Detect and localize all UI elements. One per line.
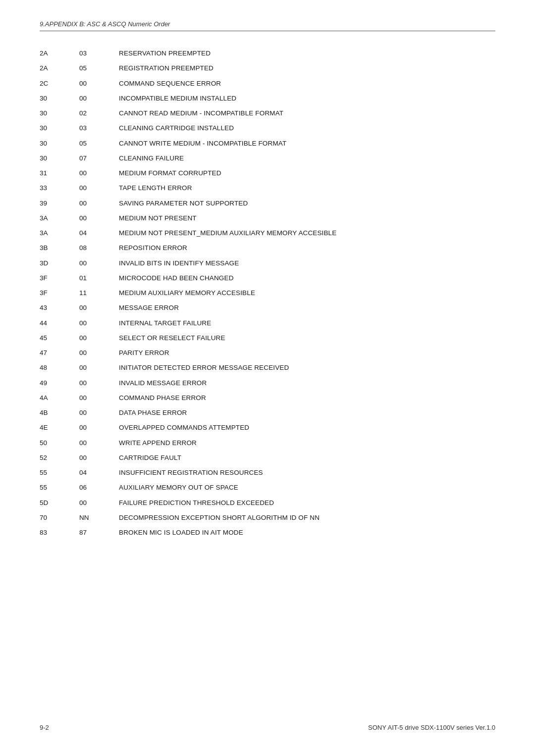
- asc-code: 49: [40, 376, 79, 391]
- asc-code: 50: [40, 436, 79, 451]
- asc-code: 30: [40, 136, 79, 151]
- asc-code: 43: [40, 301, 79, 315]
- table-row: 5504INSUFFICIENT REGISTRATION RESOURCES: [40, 465, 495, 480]
- ascq-code: 87: [79, 525, 119, 540]
- ascq-code: 08: [79, 241, 119, 255]
- ascq-code: 02: [79, 106, 119, 121]
- ascq-code: 06: [79, 480, 119, 495]
- ascq-code: 05: [79, 136, 119, 151]
- description: SELECT OR RESELECT FAILURE: [119, 331, 495, 346]
- description: PARITY ERROR: [119, 346, 495, 360]
- asc-code: 31: [40, 166, 79, 181]
- asc-code: 33: [40, 181, 79, 196]
- table-row: 3007CLEANING FAILURE: [40, 151, 495, 166]
- ascq-code: 00: [79, 196, 119, 211]
- table-row: 2C00COMMAND SEQUENCE ERROR: [40, 76, 495, 91]
- ascq-code: 00: [79, 76, 119, 91]
- table-row: 3002CANNOT READ MEDIUM - INCOMPATIBLE FO…: [40, 106, 495, 121]
- asc-code: 47: [40, 346, 79, 360]
- asc-code: 4A: [40, 391, 79, 405]
- description: BROKEN MIC IS LOADED IN AIT MODE: [119, 525, 495, 540]
- description: INTERNAL TARGET FAILURE: [119, 316, 495, 331]
- ascq-code: 07: [79, 151, 119, 166]
- table-row: 3F01MICROCODE HAD BEEN CHANGED: [40, 271, 495, 286]
- asc-code: 52: [40, 451, 79, 465]
- table-row: 2A03RESERVATION PREEMPTED: [40, 46, 495, 61]
- description: CLEANING FAILURE: [119, 151, 495, 166]
- ascq-code: 00: [79, 420, 119, 435]
- description: CLEANING CARTRIDGE INSTALLED: [119, 121, 495, 136]
- table-row: 4300MESSAGE ERROR: [40, 301, 495, 315]
- description: INVALID BITS IN IDENTIFY MESSAGE: [119, 256, 495, 271]
- ascq-code: 00: [79, 346, 119, 360]
- table-row: 4800INITIATOR DETECTED ERROR MESSAGE REC…: [40, 360, 495, 375]
- asc-code: 3D: [40, 256, 79, 271]
- asc-code: 39: [40, 196, 79, 211]
- asc-code: 55: [40, 465, 79, 480]
- asc-code: 55: [40, 480, 79, 495]
- table-row: 3B08REPOSITION ERROR: [40, 241, 495, 255]
- asc-code: 48: [40, 360, 79, 375]
- asc-code: 2C: [40, 76, 79, 91]
- asc-code: 3B: [40, 241, 79, 255]
- description: INITIATOR DETECTED ERROR MESSAGE RECEIVE…: [119, 360, 495, 375]
- ascq-code: 00: [79, 91, 119, 106]
- table-row: 3100MEDIUM FORMAT CORRUPTED: [40, 166, 495, 181]
- description: INSUFFICIENT REGISTRATION RESOURCES: [119, 465, 495, 480]
- ascq-code: 00: [79, 256, 119, 271]
- description: DECOMPRESSION EXCEPTION SHORT ALGORITHM …: [119, 510, 495, 525]
- description: INCOMPATIBLE MEDIUM INSTALLED: [119, 91, 495, 106]
- ascq-code: 00: [79, 376, 119, 391]
- ascq-code: 01: [79, 271, 119, 286]
- table-row: 3F11MEDIUM AUXILIARY MEMORY ACCESIBLE: [40, 286, 495, 301]
- ascq-code: 00: [79, 181, 119, 196]
- asc-code: 2A: [40, 61, 79, 76]
- description: MEDIUM NOT PRESENT_MEDIUM AUXILIARY MEMO…: [119, 226, 495, 241]
- description: MEDIUM AUXILIARY MEMORY ACCESIBLE: [119, 286, 495, 301]
- description: CARTRIDGE FAULT: [119, 451, 495, 465]
- table-row: 5506AUXILIARY MEMORY OUT OF SPACE: [40, 480, 495, 495]
- asc-code: 70: [40, 510, 79, 525]
- description: SAVING PARAMETER NOT SUPPORTED: [119, 196, 495, 211]
- description: MICROCODE HAD BEEN CHANGED: [119, 271, 495, 286]
- table-row: 4500SELECT OR RESELECT FAILURE: [40, 331, 495, 346]
- ascq-code: 03: [79, 121, 119, 136]
- ascq-code: 04: [79, 226, 119, 241]
- asc-code: 30: [40, 121, 79, 136]
- asc-code: 2A: [40, 46, 79, 61]
- table-row: 2A05REGISTRATION PREEMPTED: [40, 61, 495, 76]
- table-row: 3A00MEDIUM NOT PRESENT: [40, 211, 495, 226]
- table-row: 3900SAVING PARAMETER NOT SUPPORTED: [40, 196, 495, 211]
- ascq-code: 03: [79, 46, 119, 61]
- ascq-code: 00: [79, 405, 119, 420]
- table-row: 4E00OVERLAPPED COMMANDS ATTEMPTED: [40, 420, 495, 435]
- asc-code: 45: [40, 331, 79, 346]
- asc-code: 83: [40, 525, 79, 540]
- description: REPOSITION ERROR: [119, 241, 495, 255]
- asc-code: 30: [40, 91, 79, 106]
- description: MESSAGE ERROR: [119, 301, 495, 315]
- asc-code: 4B: [40, 405, 79, 420]
- description: CANNOT READ MEDIUM - INCOMPATIBLE FORMAT: [119, 106, 495, 121]
- description: OVERLAPPED COMMANDS ATTEMPTED: [119, 420, 495, 435]
- table-row: 70NNDECOMPRESSION EXCEPTION SHORT ALGORI…: [40, 510, 495, 525]
- footer-right: SONY AIT-5 drive SDX-1100V series Ver.1.…: [368, 724, 495, 731]
- description: FAILURE PREDICTION THRESHOLD EXCEEDED: [119, 496, 495, 510]
- ascq-code: 00: [79, 301, 119, 315]
- asc-code: 5D: [40, 496, 79, 510]
- table-row: 5D00FAILURE PREDICTION THRESHOLD EXCEEDE…: [40, 496, 495, 510]
- ascq-code: NN: [79, 510, 119, 525]
- ascq-code: 00: [79, 166, 119, 181]
- table-row: 3D00INVALID BITS IN IDENTIFY MESSAGE: [40, 256, 495, 271]
- header-title: 9.APPENDIX B: ASC & ASCQ Numeric Order: [40, 20, 170, 28]
- asc-code: 3F: [40, 286, 79, 301]
- description: MEDIUM FORMAT CORRUPTED: [119, 166, 495, 181]
- ascq-code: 05: [79, 61, 119, 76]
- table-row: 3A04MEDIUM NOT PRESENT_MEDIUM AUXILIARY …: [40, 226, 495, 241]
- ascq-code: 00: [79, 360, 119, 375]
- page-footer: 9-2 SONY AIT-5 drive SDX-1100V series Ve…: [40, 724, 495, 731]
- table-row: 5200CARTRIDGE FAULT: [40, 451, 495, 465]
- ascq-code: 00: [79, 496, 119, 510]
- description: TAPE LENGTH ERROR: [119, 181, 495, 196]
- description: DATA PHASE ERROR: [119, 405, 495, 420]
